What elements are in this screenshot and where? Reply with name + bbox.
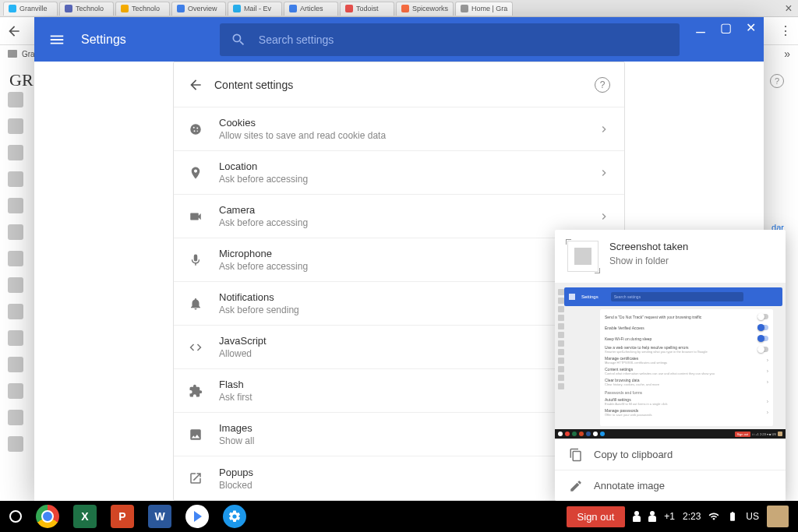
cookie-icon (188, 122, 203, 137)
powerpoint-icon[interactable]: P (111, 505, 134, 528)
row-title: JavaScript (219, 335, 610, 347)
overflow-chevron-icon[interactable]: » (784, 48, 790, 60)
row-subtitle: Ask before accessing (219, 217, 582, 228)
svg-point-2 (196, 127, 198, 129)
row-title: Notifications (219, 291, 610, 303)
screenshot-frame-icon (567, 241, 598, 272)
browser-tab[interactable]: Overview (171, 2, 226, 16)
notif-title: Screenshot taken (609, 241, 688, 252)
chevron-right-icon (598, 210, 610, 223)
row-subtitle: Ask before accessing (219, 174, 582, 185)
bg-side-icon[interactable] (8, 145, 23, 160)
annotate-image-button[interactable]: Annotate image (555, 470, 786, 501)
svg-point-3 (194, 130, 196, 132)
settings-icon[interactable] (223, 505, 246, 528)
system-tray[interactable]: Sign out +1 2:23 US (567, 506, 789, 527)
excel-icon[interactable]: X (73, 505, 97, 528)
close-tab-icon[interactable]: × (782, 2, 795, 15)
location-icon (188, 165, 203, 181)
bg-side-icon[interactable] (8, 304, 23, 319)
search-icon (231, 32, 246, 48)
word-icon[interactable]: W (148, 505, 171, 528)
folder-icon (8, 50, 17, 58)
bell-icon (188, 296, 203, 312)
chrome-icon[interactable] (36, 505, 59, 528)
play-store-icon[interactable] (185, 505, 209, 528)
user-pawn-icon (648, 511, 656, 522)
row-subtitle: Blocked (219, 480, 610, 491)
browser-tab[interactable]: Todoist (340, 2, 394, 16)
back-arrow-icon[interactable] (6, 23, 22, 39)
bg-side-icon[interactable] (8, 92, 23, 107)
setting-row-location[interactable]: Location Ask before accessing (174, 151, 624, 195)
browser-tab[interactable]: Spiceworks (396, 2, 454, 16)
setting-row-cookie[interactable]: Cookies Allow sites to save and read coo… (174, 107, 624, 151)
svg-point-1 (193, 126, 195, 128)
action-label: Annotate image (594, 480, 665, 491)
action-label: Copy to clipboard (594, 449, 673, 460)
minimize-button[interactable]: _ (694, 17, 708, 31)
back-arrow-icon[interactable] (188, 77, 203, 93)
notif-sub: Show in folder (609, 255, 688, 266)
region-indicator: US (746, 511, 759, 522)
screenshot-notification: Screenshot taken Show in folder Settings… (555, 230, 786, 501)
bookmark-label[interactable]: Gra (22, 50, 35, 58)
row-subtitle: Show all (219, 435, 610, 446)
content-title: Content settings (214, 79, 584, 91)
bg-side-icon[interactable] (8, 224, 23, 240)
browser-tab-strip: GranvilleTechnoloTechnoloOverviewMail - … (0, 0, 798, 17)
bg-side-icon[interactable] (8, 330, 23, 346)
browser-tab[interactable]: Granville (3, 2, 58, 16)
help-icon[interactable]: ? (595, 77, 610, 93)
screenshot-preview[interactable]: Settings Search settings Send a "Do Not … (555, 283, 786, 439)
bg-side-icon[interactable] (8, 410, 23, 425)
popup-icon (188, 470, 203, 486)
bg-side-icon[interactable] (8, 357, 23, 372)
row-subtitle: Ask before sending (219, 305, 610, 315)
browser-tab[interactable]: Technolo (59, 2, 114, 16)
bg-side-icon[interactable] (8, 383, 23, 399)
search-bar[interactable] (220, 23, 680, 56)
clock: 2:23 (683, 511, 701, 522)
row-subtitle: Ask first (219, 392, 610, 403)
sign-out-button[interactable]: Sign out (567, 506, 626, 527)
row-title: Images (219, 422, 610, 434)
row-title: Camera (219, 204, 582, 216)
browser-tab[interactable]: Articles (284, 2, 338, 16)
row-title: Popups (219, 467, 610, 478)
row-title: Cookies (219, 117, 582, 129)
browser-tab[interactable]: Mail - Ev (228, 2, 282, 16)
bg-sidebar (8, 92, 30, 452)
bg-side-icon[interactable] (8, 251, 23, 266)
avatar[interactable] (767, 506, 789, 527)
maximize-button[interactable]: ▢ (719, 20, 733, 34)
puzzle-icon (188, 383, 203, 399)
page-logo: GR (9, 70, 34, 90)
launcher-button[interactable] (9, 510, 22, 523)
window-controls: _ ▢ ✕ (694, 20, 757, 34)
hamburger-menu-icon[interactable] (48, 31, 65, 48)
chevron-right-icon (598, 167, 610, 179)
bg-side-icon[interactable] (8, 118, 23, 134)
camera-icon (188, 209, 203, 224)
copy-to-clipboard-button[interactable]: Copy to clipboard (555, 439, 786, 470)
bg-side-icon[interactable] (8, 277, 23, 293)
search-input[interactable] (259, 33, 669, 46)
browser-tab[interactable]: Home | Gra (455, 2, 513, 16)
settings-title: Settings (81, 33, 126, 47)
notif-header[interactable]: Screenshot taken Show in folder (555, 230, 786, 283)
image-icon (188, 427, 203, 442)
settings-header: Settings (34, 17, 764, 62)
bg-side-icon[interactable] (8, 198, 23, 213)
browser-tab[interactable]: Technolo (115, 2, 170, 16)
help-icon[interactable]: ? (770, 74, 784, 88)
bg-side-icon[interactable] (8, 436, 23, 452)
code-icon (188, 340, 203, 355)
content-header: Content settings ? (174, 62, 624, 107)
bg-side-icon[interactable] (8, 171, 23, 187)
user-pawn-icon (633, 511, 641, 522)
close-button[interactable]: ✕ (743, 20, 757, 34)
pen-icon (569, 479, 583, 493)
kebab-menu-icon[interactable]: ⋮ (779, 23, 792, 38)
row-subtitle: Allowed (219, 348, 610, 359)
